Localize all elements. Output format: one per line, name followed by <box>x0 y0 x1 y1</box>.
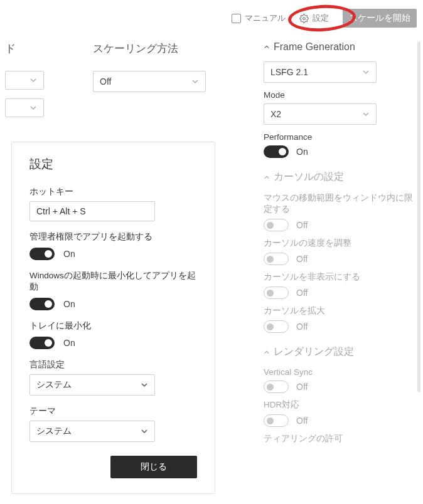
col1-title: ド <box>5 41 55 56</box>
close-button[interactable]: 閉じる <box>110 456 197 478</box>
frame-generation-header[interactable]: Frame Generation <box>264 41 414 53</box>
cursor-hide-row: Off <box>264 286 414 299</box>
hotkey-input[interactable] <box>29 201 155 221</box>
cursor-title: カーソルの設定 <box>274 171 344 184</box>
hdr-toggle[interactable] <box>264 414 289 427</box>
startup-label: Windowsの起動時に最小化してアプリを起動 <box>29 270 197 293</box>
chevron-down-icon <box>29 104 37 112</box>
chevron-up-icon <box>264 174 270 181</box>
cursor-speed-row: Off <box>264 253 414 265</box>
cursor-confine-row: Off <box>264 219 414 231</box>
cursor-hide-label: カーソルを非表示にする <box>264 271 414 283</box>
mode-select[interactable]: X2 <box>264 103 377 125</box>
cursor-header[interactable]: カーソルの設定 <box>264 171 414 184</box>
cursor-confine-toggle[interactable] <box>264 219 289 231</box>
cursor-hide-toggle[interactable] <box>264 286 289 299</box>
admin-toggle[interactable] <box>29 248 55 260</box>
frame-generation-title: Frame Generation <box>274 41 355 53</box>
main-columns: ド スケーリング方法 Off Frame Generation LSFG 2.1… <box>0 41 423 126</box>
column-left: ド <box>5 41 55 126</box>
top-bar: マニュアル 設定 スケールを開始 <box>232 9 417 28</box>
chevron-down-icon <box>191 78 199 85</box>
language-value: システム <box>36 379 72 391</box>
tray-toggle[interactable] <box>29 337 55 349</box>
vsync-label: Vertical Sync <box>264 367 414 377</box>
rendering-section: レンダリング設定 Vertical Sync Off HDR対応 Off ティア… <box>264 345 414 444</box>
hotkey-label: ホットキー <box>29 186 197 197</box>
cursor-speed-label: カーソルの速度を調整 <box>264 238 414 249</box>
frame-gen-algo-select[interactable]: LSFG 2.1 <box>264 61 377 83</box>
admin-state: On <box>63 249 75 259</box>
cursor-hide-state: Off <box>296 288 308 298</box>
chevron-down-icon <box>141 381 148 389</box>
theme-select[interactable]: システム <box>29 421 155 442</box>
chevron-down-icon <box>362 68 370 76</box>
admin-label: 管理者権限でアプリを起動する <box>29 231 197 243</box>
admin-toggle-row: On <box>29 248 197 260</box>
hdr-state: Off <box>296 416 308 426</box>
cursor-speed-toggle[interactable] <box>264 253 289 265</box>
startup-toggle[interactable] <box>29 298 55 310</box>
chevron-down-icon <box>29 76 37 84</box>
settings-dialog: 設定 ホットキー 管理者権限でアプリを起動する On Windowsの起動時に最… <box>11 142 215 494</box>
column-right: Frame Generation LSFG 2.1 Mode X2 Perfor… <box>264 41 414 448</box>
cursor-section: カーソルの設定 マウスの移動範囲をウィンドウ内に限定する Off カーソルの速度… <box>264 171 414 333</box>
tearing-label: ティアリングの許可 <box>264 433 414 444</box>
scaling-method-select[interactable]: Off <box>93 71 206 92</box>
frame-gen-algo-value: LSFG 2.1 <box>270 67 308 77</box>
scaling-title: スケーリング方法 <box>93 41 262 56</box>
mode-value: X2 <box>270 109 281 119</box>
language-select[interactable]: システム <box>29 374 155 396</box>
vsync-toggle[interactable] <box>264 381 289 393</box>
settings-label: 設定 <box>313 13 329 24</box>
dialog-title: 設定 <box>29 156 197 172</box>
rendering-title: レンダリング設定 <box>274 345 354 359</box>
tray-label: トレイに最小化 <box>29 320 197 332</box>
language-label: 言語設定 <box>29 359 197 370</box>
performance-state: On <box>296 147 308 157</box>
cursor-speed-state: Off <box>296 254 308 264</box>
checkbox-icon <box>232 14 241 23</box>
cursor-scale-label: カーソルを拡大 <box>264 305 414 317</box>
cursor-scale-row: Off <box>264 320 414 333</box>
scaling-method-value: Off <box>100 76 111 87</box>
rendering-header[interactable]: レンダリング設定 <box>264 345 414 359</box>
chevron-down-icon <box>141 428 148 435</box>
vsync-row: Off <box>264 381 414 393</box>
theme-label: テーマ <box>29 406 197 417</box>
col1-select-2[interactable] <box>5 98 44 117</box>
cursor-scale-toggle[interactable] <box>264 320 289 333</box>
chevron-up-icon <box>264 44 270 50</box>
startup-toggle-row: On <box>29 298 197 310</box>
gear-icon <box>299 14 309 23</box>
hdr-row: Off <box>264 414 414 427</box>
manual-checkbox[interactable]: マニュアル <box>232 13 286 24</box>
cursor-confine-label: マウスの移動範囲をウィンドウ内に限定する <box>264 192 414 215</box>
startup-state: On <box>63 299 75 309</box>
start-scale-button[interactable]: スケールを開始 <box>343 9 417 28</box>
performance-toggle[interactable] <box>264 145 289 158</box>
vsync-state: Off <box>296 382 308 392</box>
tray-toggle-row: On <box>29 337 197 349</box>
chevron-down-icon <box>362 110 370 118</box>
chevron-up-icon <box>264 349 270 355</box>
mode-label: Mode <box>264 90 414 100</box>
cursor-confine-state: Off <box>296 220 308 230</box>
svg-point-0 <box>303 17 306 19</box>
col1-select-1[interactable] <box>5 71 44 90</box>
theme-value: システム <box>36 426 72 437</box>
column-scaling: スケーリング方法 Off <box>93 41 262 126</box>
scrollbar[interactable] <box>417 41 420 392</box>
performance-label: Performance <box>264 132 414 142</box>
hdr-label: HDR対応 <box>264 399 414 411</box>
manual-label: マニュアル <box>245 13 286 24</box>
cursor-scale-state: Off <box>296 322 308 332</box>
tray-state: On <box>63 338 75 348</box>
performance-toggle-row: On <box>264 145 414 158</box>
settings-button[interactable]: 設定 <box>294 11 334 25</box>
